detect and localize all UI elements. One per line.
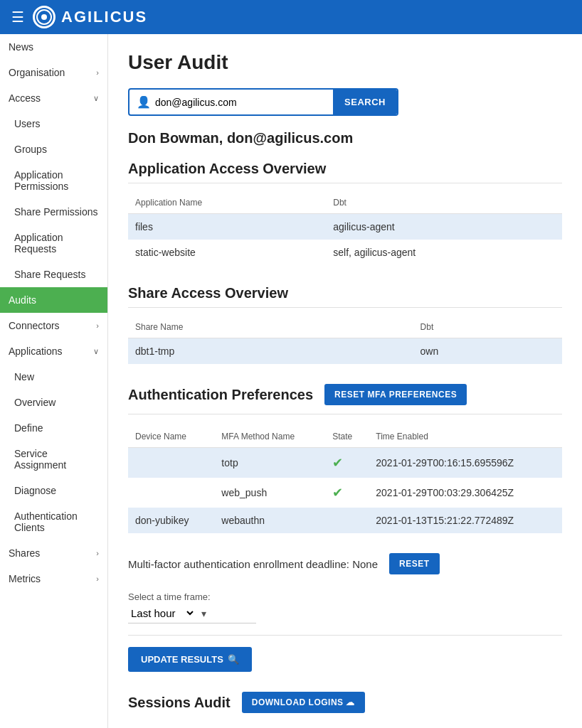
sidebar-item-label: Application Permissions bbox=[14, 169, 99, 192]
app-access-title: Application Access Overview bbox=[128, 161, 562, 183]
sidebar-item-label: Diagnose bbox=[14, 485, 56, 496]
sidebar-item-label: Metrics bbox=[9, 573, 41, 584]
sessions-audit-header: Sessions Audit DOWNLOAD LOGINS ☁ bbox=[128, 692, 562, 713]
timeframe-select[interactable]: Last hourLast dayLast weekLast month bbox=[128, 606, 196, 620]
time-cell: 2021-01-29T00:16:15.695596Z bbox=[369, 448, 562, 478]
timeframe-select-wrapper: Last hourLast dayLast weekLast month ▾ bbox=[128, 606, 256, 623]
search-button[interactable]: SEARCH bbox=[333, 90, 397, 114]
sidebar-item-define[interactable]: Define bbox=[0, 415, 107, 441]
state-active-icon: ✔ bbox=[332, 456, 343, 470]
sidebar-item-organisation[interactable]: Organisation› bbox=[0, 60, 107, 85]
logo-circle bbox=[33, 6, 55, 28]
auth-col-time: Time Enabled bbox=[369, 426, 562, 448]
timeframe-label: Select a time frame: bbox=[128, 592, 562, 602]
mfa-enrollment-text: Multi-factor authentication enrollment d… bbox=[128, 558, 378, 570]
share-access-title: Share Access Overview bbox=[128, 285, 562, 308]
auth-prefs-table: Device Name MFA Method Name State Time E… bbox=[128, 426, 562, 533]
sidebar-item-app-permissions[interactable]: Application Permissions bbox=[0, 162, 107, 199]
app-access-col-dbt: Dbt bbox=[326, 192, 562, 214]
state-cell bbox=[325, 508, 369, 533]
sidebar-item-label: Authentication Clients bbox=[14, 510, 99, 533]
table-row: dbt1-tmpown bbox=[128, 338, 562, 365]
sidebar-item-diagnose[interactable]: Diagnose bbox=[0, 478, 107, 503]
share-access-col-dbt: Dbt bbox=[413, 316, 562, 338]
sidebar-item-label: Groups bbox=[14, 144, 47, 155]
sidebar-item-users[interactable]: Users bbox=[0, 111, 107, 136]
sidebar-item-label: Organisation bbox=[9, 67, 65, 78]
sidebar-item-share-permissions[interactable]: Share Permissions bbox=[0, 199, 107, 225]
sidebar-item-news[interactable]: News bbox=[0, 34, 107, 60]
sidebar-item-label: Access bbox=[9, 92, 41, 104]
method-cell: webauthn bbox=[214, 508, 325, 533]
sidebar-item-app-requests[interactable]: Application Requests bbox=[0, 225, 107, 262]
app-access-col-name: Application Name bbox=[128, 192, 326, 214]
sidebar-item-share-requests[interactable]: Share Requests bbox=[0, 262, 107, 287]
sidebar-item-audits[interactable]: Audits bbox=[0, 287, 107, 313]
logo-svg bbox=[36, 9, 52, 25]
chevron-down-icon: ▾ bbox=[201, 608, 206, 619]
dbt-cell: self, agilicus-agent bbox=[326, 240, 562, 265]
update-results-button[interactable]: UPDATE RESULTS 🔍 bbox=[128, 647, 252, 672]
dbt-cell: agilicus-agent bbox=[326, 214, 562, 240]
sidebar-item-metrics[interactable]: Metrics› bbox=[0, 566, 107, 592]
auth-prefs-header-row: Device Name MFA Method Name State Time E… bbox=[128, 426, 562, 448]
sidebar-item-label: Users bbox=[14, 118, 41, 129]
state-cell: ✔ bbox=[325, 448, 369, 478]
chevron-right-icon: › bbox=[96, 574, 99, 583]
sidebar-item-label: New bbox=[14, 371, 34, 382]
svg-point-1 bbox=[41, 14, 47, 20]
update-results-label: UPDATE RESULTS bbox=[141, 654, 223, 665]
chevron-right-icon: › bbox=[96, 321, 99, 330]
share-access-header-row: Share Name Dbt bbox=[128, 316, 562, 338]
share-access-table: Share Name Dbt dbt1-tmpown bbox=[128, 316, 562, 364]
sidebar-item-label: Applications bbox=[9, 346, 63, 357]
download-logins-button[interactable]: DOWNLOAD LOGINS ☁ bbox=[242, 692, 365, 713]
table-row: don-yubikey webauthn 2021-01-13T15:21:22… bbox=[128, 508, 562, 533]
app-name-cell: files bbox=[128, 214, 326, 240]
chevron-down-icon: ∨ bbox=[93, 94, 99, 103]
chevron-right-icon: › bbox=[96, 549, 99, 557]
device-name-cell bbox=[128, 478, 214, 508]
reset-mfa-button[interactable]: RESET MFA PREFERENCES bbox=[324, 384, 467, 405]
auth-col-device: Device Name bbox=[128, 426, 214, 448]
sidebar-item-label: Application Requests bbox=[14, 232, 99, 255]
search-icon: 🔍 bbox=[228, 654, 239, 665]
app-title: AGILICUS bbox=[61, 8, 147, 26]
search-input[interactable] bbox=[155, 97, 326, 108]
sidebar-item-new[interactable]: New bbox=[0, 364, 107, 390]
sessions-audit-title: Sessions Audit bbox=[128, 695, 231, 711]
sidebar-item-shares[interactable]: Shares› bbox=[0, 540, 107, 566]
table-row: web_push ✔ 2021-01-29T00:03:29.306425Z bbox=[128, 478, 562, 508]
table-row: static-websiteself, agilicus-agent bbox=[128, 240, 562, 265]
page-title: User Audit bbox=[128, 51, 562, 74]
app-header: ☰ AGILICUS bbox=[0, 0, 582, 34]
sidebar-item-access[interactable]: Access∨ bbox=[0, 85, 107, 111]
sidebar-item-label: Overview bbox=[14, 397, 55, 408]
chevron-right-icon: › bbox=[96, 68, 99, 77]
app-logo: AGILICUS bbox=[33, 6, 147, 28]
method-cell: totp bbox=[214, 448, 325, 478]
sidebar-item-applications[interactable]: Applications∨ bbox=[0, 338, 107, 364]
download-logins-label: DOWNLOAD LOGINS bbox=[252, 697, 344, 707]
sidebar-item-label: Service Assignment bbox=[14, 448, 99, 471]
sidebar-item-service-assignment[interactable]: Service Assignment bbox=[0, 441, 107, 478]
sidebar-item-label: News bbox=[9, 41, 33, 53]
device-name-cell bbox=[128, 448, 214, 478]
sidebar-item-label: Share Requests bbox=[14, 269, 85, 280]
sidebar-item-connectors[interactable]: Connectors› bbox=[0, 313, 107, 338]
method-cell: web_push bbox=[214, 478, 325, 508]
device-name-cell: don-yubikey bbox=[128, 508, 214, 533]
mfa-enrollment: Multi-factor authentication enrollment d… bbox=[128, 553, 562, 574]
hamburger-menu-icon[interactable]: ☰ bbox=[11, 9, 24, 26]
sidebar-item-auth-clients[interactable]: Authentication Clients bbox=[0, 503, 107, 540]
state-active-icon: ✔ bbox=[332, 486, 343, 500]
mfa-reset-button[interactable]: RESET bbox=[389, 553, 440, 574]
timeframe-section: Select a time frame: Last hourLast dayLa… bbox=[128, 592, 562, 623]
sidebar-item-label: Connectors bbox=[9, 320, 60, 331]
sidebar: NewsOrganisation›Access∨UsersGroupsAppli… bbox=[0, 34, 108, 728]
sidebar-item-groups[interactable]: Groups bbox=[0, 136, 107, 162]
sidebar-item-overview[interactable]: Overview bbox=[0, 390, 107, 415]
table-row: totp ✔ 2021-01-29T00:16:15.695596Z bbox=[128, 448, 562, 478]
app-access-header-row: Application Name Dbt bbox=[128, 192, 562, 214]
auth-col-method: MFA Method Name bbox=[214, 426, 325, 448]
